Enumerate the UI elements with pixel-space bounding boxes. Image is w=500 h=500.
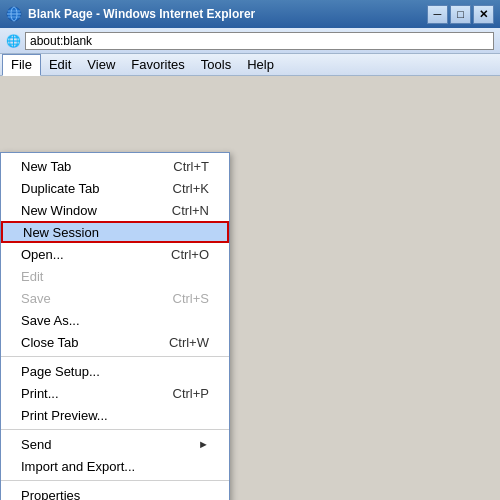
menu-close-tab[interactable]: Close Tab Ctrl+W [1,331,229,353]
menu-new-session[interactable]: New Session [1,221,229,243]
menu-properties[interactable]: Properties [1,484,229,500]
menu-view[interactable]: View [79,54,123,76]
window-controls: ─ □ ✕ [427,5,494,24]
separator-3 [1,480,229,481]
maximize-button[interactable]: □ [450,5,471,24]
menu-duplicate-tab[interactable]: Duplicate Tab Ctrl+K [1,177,229,199]
minimize-button[interactable]: ─ [427,5,448,24]
menu-page-setup[interactable]: Page Setup... [1,360,229,382]
file-dropdown-menu: New Tab Ctrl+T Duplicate Tab Ctrl+K New … [0,152,230,500]
menu-edit-item[interactable]: Edit [1,265,229,287]
window-title: Blank Page - Windows Internet Explorer [28,7,427,21]
app-icon [6,6,22,22]
address-bar: 🌐 [0,28,500,54]
menu-edit[interactable]: Edit [41,54,79,76]
menu-print[interactable]: Print... Ctrl+P [1,382,229,404]
menu-help[interactable]: Help [239,54,282,76]
menu-save[interactable]: Save Ctrl+S [1,287,229,309]
menu-new-window[interactable]: New Window Ctrl+N [1,199,229,221]
menu-send[interactable]: Send ► [1,433,229,455]
menu-file[interactable]: File [2,54,41,76]
menu-print-preview[interactable]: Print Preview... [1,404,229,426]
address-input[interactable] [25,32,494,50]
separator-1 [1,356,229,357]
menu-new-tab[interactable]: New Tab Ctrl+T [1,155,229,177]
menu-bar: File Edit View Favorites Tools Help [0,54,500,76]
submenu-arrow-icon: ► [198,438,209,450]
title-bar: Blank Page - Windows Internet Explorer ─… [0,0,500,28]
menu-save-as[interactable]: Save As... [1,309,229,331]
menu-open[interactable]: Open... Ctrl+O [1,243,229,265]
close-button[interactable]: ✕ [473,5,494,24]
separator-2 [1,429,229,430]
menu-favorites[interactable]: Favorites [123,54,192,76]
menu-import-export[interactable]: Import and Export... [1,455,229,477]
address-label: 🌐 [6,34,21,48]
menu-tools[interactable]: Tools [193,54,239,76]
